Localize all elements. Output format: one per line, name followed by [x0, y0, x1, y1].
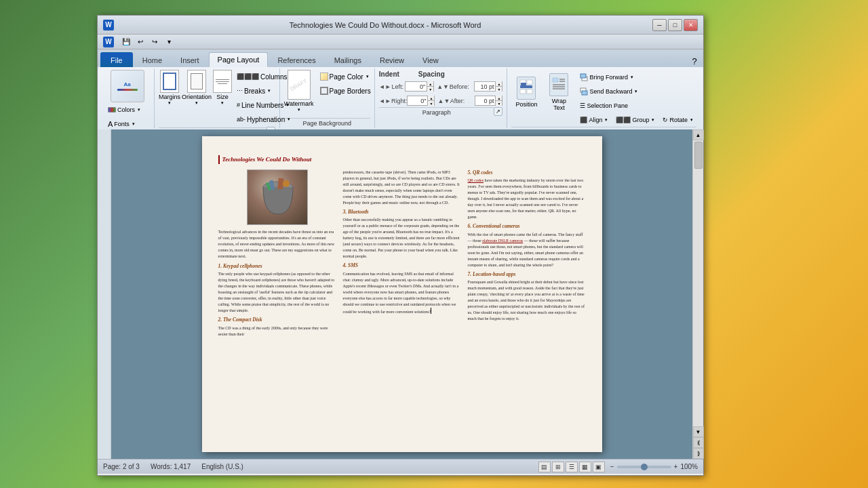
tab-review[interactable]: Review — [371, 52, 413, 67]
margins-button[interactable]: Margins ▾ — [159, 70, 180, 106]
position-button[interactable]: Position — [511, 70, 541, 114]
document-title: Technologies We Could Do Without — [218, 155, 586, 164]
svg-rect-16 — [582, 91, 587, 95]
scrollbar-vertical[interactable]: ▲ ▼ ⟪ ⟫ — [692, 129, 703, 459]
line-numbers-button[interactable]: # Line Numbers▾ — [233, 98, 296, 112]
fonts-button[interactable]: A Fonts▾ — [104, 117, 150, 131]
prev-page-button[interactable]: ⟪ — [693, 437, 704, 448]
zoom-in-button[interactable]: + — [674, 463, 678, 470]
tab-view[interactable]: View — [414, 52, 448, 67]
spacing-after-dn[interactable]: ▼ — [496, 101, 502, 106]
indent-right-up[interactable]: ▲ — [428, 96, 434, 101]
bring-forward-label: Bring Forward — [589, 74, 628, 81]
section-qr-text: QR codes have taken the marketing indust… — [468, 178, 586, 220]
ribbon-content: Aa Colors▾ A Fonts▾ ✦ Effects▾ — [98, 67, 703, 129]
send-backward-button[interactable]: Send Backward▾ — [576, 85, 696, 98]
breaks-button[interactable]: ⋯ Breaks▾ — [233, 84, 296, 98]
document-page[interactable]: Technologies We Could Do Without — [202, 136, 602, 452]
tab-page-layout[interactable]: Page Layout — [209, 52, 269, 67]
scroll-down-button[interactable]: ▼ — [693, 426, 704, 437]
group-label: Group — [632, 117, 649, 123]
selection-pane-button[interactable]: ☰ Selection Pane — [576, 99, 696, 113]
spacing-before-value: 10 pt — [475, 83, 496, 90]
minimize-button[interactable]: ─ — [652, 19, 667, 31]
group-button[interactable]: ⬛⬛ Group▾ — [612, 113, 658, 127]
section-cd-text: The CD was a thing of the early 2000s, a… — [218, 325, 336, 338]
section-bluetooth-text: Other than successfully making you appea… — [343, 217, 461, 260]
spacing-before-up[interactable]: ▲ — [496, 81, 502, 87]
undo-quick-button[interactable]: ↩ — [134, 36, 146, 48]
outline-button[interactable]: ▦ — [579, 462, 591, 472]
right-column: 5. QR codes QR codes have taken the mark… — [468, 169, 586, 338]
indent-left-dn[interactable]: ▼ — [427, 87, 433, 92]
zoom-slider[interactable] — [617, 466, 671, 468]
maximize-button[interactable]: □ — [668, 19, 682, 31]
tab-insert[interactable]: Insert — [172, 52, 208, 67]
rotate-button[interactable]: ↻ Rotate▾ — [659, 113, 696, 127]
tab-home[interactable]: Home — [134, 52, 171, 67]
size-button[interactable]: Size ▾ — [213, 70, 232, 106]
spacing-after-value: 0 pt — [475, 98, 496, 104]
word-icon: W — [103, 20, 114, 30]
zoom-out-button[interactable]: − — [610, 463, 614, 470]
section-cd-title: 2. The Compact Disk — [218, 317, 336, 324]
zoom-thumb[interactable] — [641, 464, 648, 470]
indent-left-up[interactable]: ▲ — [427, 81, 433, 87]
themes-large-button[interactable]: Aa — [111, 70, 144, 102]
ribbon-tab-bar: File Home Insert Page Layout References … — [98, 49, 703, 67]
section-location-title: 7. Location-based apps — [468, 271, 586, 279]
left-column: Technological advances in the recent dec… — [218, 169, 336, 338]
document-columns: Technological advances in the recent dec… — [218, 169, 586, 338]
quick-access-toolbar: W 💾 ↩ ↪ ▾ — [98, 35, 703, 49]
hyphenation-button[interactable]: ab- Hyphenation▾ — [233, 113, 296, 126]
window-controls: ─ □ ✕ — [652, 19, 698, 31]
next-page-button[interactable]: ⟫ — [693, 448, 704, 459]
align-button[interactable]: ⬛ Align▾ — [576, 113, 611, 127]
section-bluetooth-title: 3. Bluetooth — [343, 209, 461, 216]
orientation-button[interactable]: Orientation ▾ — [182, 70, 212, 106]
document-viewport[interactable]: Technologies We Could Do Without — [111, 129, 692, 459]
web-layout-button[interactable]: ☰ — [566, 462, 578, 472]
help-button[interactable]: ? — [688, 55, 701, 67]
scroll-thumb[interactable] — [694, 142, 703, 169]
section-sms-text: Communication has evolved, leaving SMS a… — [343, 271, 461, 315]
tab-mailings[interactable]: Mailings — [326, 52, 370, 67]
section-location-text: Foursquare and Gowalla shined bright at … — [468, 279, 586, 322]
close-button[interactable]: ✕ — [684, 19, 698, 31]
wrap-text-button[interactable]: Wrap Text — [544, 70, 574, 114]
view-buttons: ▤ ⊞ ☰ ▦ ▣ — [538, 462, 605, 472]
language: English (U.S.) — [201, 463, 243, 470]
text-cursor — [431, 308, 431, 314]
section-sms-title: 4. SMS — [343, 262, 461, 270]
document-image-container — [218, 169, 336, 225]
page-borders-button[interactable]: Page Borders — [317, 84, 374, 98]
spacing-before-dn[interactable]: ▼ — [496, 87, 502, 92]
paragraph-group: Indent Spacing ◄► Left: 0" ▲ ▼ ▲▼ Before… — [375, 68, 508, 128]
scroll-up-button[interactable]: ▲ — [693, 129, 704, 140]
bring-forward-button[interactable]: Bring Forward▾ — [576, 70, 696, 84]
section-keypad-text: The only people who use keypad cellphone… — [218, 271, 336, 314]
svg-rect-4 — [520, 89, 526, 94]
page-background-label: Page Background — [284, 118, 370, 127]
svg-rect-7 — [553, 78, 558, 82]
word-logo: W — [103, 37, 114, 47]
paragraph-launcher[interactable]: ↗ — [494, 107, 502, 116]
svg-rect-5 — [527, 89, 532, 94]
print-layout-button[interactable]: ▤ — [538, 462, 551, 472]
doc-intro-text: Technological advances in the recent dec… — [218, 229, 336, 260]
customize-quick-button[interactable]: ▾ — [163, 36, 175, 48]
spacing-after-up[interactable]: ▲ — [496, 96, 502, 101]
draft-button[interactable]: ▣ — [593, 462, 605, 472]
indent-right-dn[interactable]: ▼ — [428, 101, 434, 106]
tab-file[interactable]: File — [100, 52, 133, 67]
redo-quick-button[interactable]: ↪ — [149, 36, 161, 48]
tab-references[interactable]: References — [269, 52, 324, 67]
full-screen-button[interactable]: ⊞ — [552, 462, 564, 472]
document-area: Technologies We Could Do Without — [98, 129, 703, 459]
arrange-group: Position Wrap Text Bring Forward▾ — [507, 68, 701, 128]
save-quick-button[interactable]: 💾 — [120, 36, 132, 48]
page-color-button[interactable]: Page Color▾ — [317, 70, 374, 83]
columns-button[interactable]: ⬛⬛⬛ Columns▾ — [233, 70, 296, 83]
spacing-label: Spacing — [418, 70, 451, 78]
colors-button[interactable]: Colors▾ — [104, 103, 150, 117]
